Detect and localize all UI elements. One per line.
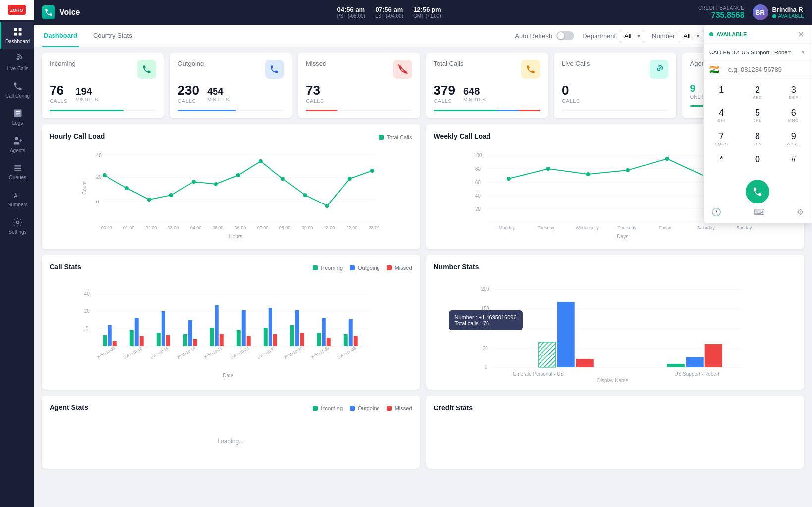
- weekly-point-2: [586, 172, 590, 176]
- num-button-0[interactable]: 0: [740, 151, 776, 174]
- num-button-2[interactable]: 2 ABC: [740, 81, 776, 104]
- dialer-history-button[interactable]: 🕐: [711, 207, 721, 217]
- bar-group9-out: [349, 319, 353, 346]
- outgoing-icon: [265, 60, 284, 79]
- svg-text:Hours: Hours: [229, 234, 242, 239]
- sidebar-item-queues[interactable]: Queues: [0, 158, 34, 185]
- outgoing-numbers: 230 CALLS 454 MINUTES: [178, 83, 284, 104]
- weekly-point-1: [546, 167, 550, 171]
- svg-text:2021-10-21: 2021-10-21: [203, 346, 223, 360]
- call-button[interactable]: [746, 180, 769, 203]
- outgoing-minutes-label: MINUTES: [207, 97, 229, 102]
- credit-value: 735.8568: [711, 11, 745, 20]
- bar-group2-out: [162, 311, 165, 346]
- live-title: Live Calls: [562, 60, 590, 67]
- num-button-8[interactable]: 8 TUV: [740, 127, 776, 151]
- incoming-minutes-value: 194: [75, 86, 98, 97]
- num-button-7[interactable]: 7 PQRS: [704, 127, 740, 151]
- stat-card-incoming: Incoming 76 CALLS 194 MINUTES: [42, 53, 164, 118]
- tab-dashboard[interactable]: Dashboard: [42, 25, 79, 47]
- stat-card-missed-header: Missed: [306, 60, 412, 79]
- bar-group3-out: [188, 320, 192, 346]
- sidebar-item-agents[interactable]: Agents: [0, 131, 34, 158]
- top-header: Voice 04:56 am PST (-08:00) 07:56 am EST…: [34, 0, 812, 25]
- agents-icon: [13, 136, 23, 146]
- call-stats-incoming-label: Incoming: [321, 265, 343, 271]
- department-label: Department: [582, 32, 616, 40]
- bar-group5-out: [242, 310, 246, 346]
- department-select[interactable]: All: [620, 30, 644, 42]
- svg-text:2021-11-05: 2021-11-05: [310, 346, 330, 360]
- sidebar-item-call-config[interactable]: Call Config: [0, 76, 34, 103]
- live-calls-label: CALLS: [562, 98, 580, 104]
- caller-id-row: CALLER ID: US Support - Robert ▼: [704, 44, 812, 61]
- num-button-6[interactable]: 6 MNO: [775, 104, 812, 127]
- svg-text:0: 0: [96, 199, 99, 204]
- number-select[interactable]: All: [679, 30, 703, 42]
- total-icon: [521, 60, 540, 79]
- tooltip-number-value: +1 4695016096: [479, 314, 517, 320]
- live-bar: [562, 110, 668, 111]
- num-button-4[interactable]: 4 GHI: [704, 104, 740, 127]
- phone-input[interactable]: [728, 66, 812, 73]
- weekly-chart-title: Weekly Call Load: [434, 132, 491, 140]
- dialer-settings-button[interactable]: ⚙: [797, 207, 804, 217]
- sidebar-item-logs[interactable]: Logs: [0, 103, 34, 131]
- credit-stats-title: Credit Stats: [434, 404, 473, 412]
- svg-text:50: 50: [482, 346, 488, 351]
- num-button-9[interactable]: 9 WXYZ: [775, 127, 812, 151]
- sidebar-navigation: Dashboard Live Calls Call Config Logs: [0, 22, 34, 240]
- bar-group3-miss: [193, 339, 197, 346]
- caller-id-chevron: ▼: [801, 50, 806, 55]
- num-button-hash[interactable]: #: [775, 151, 812, 174]
- bar-group8-out: [322, 318, 326, 346]
- bar-emerald-missed: [576, 359, 593, 367]
- time-est-value: 07:56 am: [376, 6, 403, 13]
- call-config-icon: [13, 81, 23, 91]
- sidebar-item-settings[interactable]: Settings: [0, 212, 34, 240]
- number-select-wrapper: All ▼: [679, 30, 703, 42]
- hourly-point-8: [281, 177, 285, 181]
- sidebar-item-dashboard[interactable]: Dashboard: [0, 22, 34, 49]
- svg-text:02:00: 02:00: [146, 225, 157, 230]
- num-button-5[interactable]: 5 JKL: [740, 104, 776, 127]
- hourly-legend-label: Total Calls: [387, 134, 412, 140]
- num-2-sub: ABC: [753, 95, 762, 100]
- total-minutes: 648 MINUTES: [463, 86, 486, 102]
- time-gmt-value: 12:56 pm: [413, 6, 441, 13]
- num-6-sub: MNO: [788, 118, 799, 123]
- call-stats-missed-dot: [387, 265, 392, 270]
- svg-rect-5: [18, 33, 21, 36]
- tab-country-stats[interactable]: Country Stats: [91, 25, 134, 47]
- num-button-star[interactable]: *: [704, 151, 740, 174]
- credit-balance: CREDIT BALANCE 735.8568: [698, 5, 745, 20]
- weekly-point-0: [506, 177, 510, 181]
- call-stats-incoming-dot: [313, 265, 318, 270]
- user-info[interactable]: BR Brindha R AVAILABLE: [753, 4, 804, 20]
- status-dot: [772, 14, 776, 18]
- outgoing-minutes: 454 MINUTES: [207, 86, 229, 102]
- svg-text:Date: Date: [223, 373, 234, 378]
- tooltip-total-value: 76: [483, 320, 489, 326]
- bar-group0-out: [108, 325, 112, 346]
- num-4-main: 4: [719, 108, 724, 118]
- sidebar-agents-label: Agents: [10, 148, 25, 153]
- outgoing-calls-value: 230: [178, 83, 199, 98]
- number-filter: Number All ▼: [652, 30, 703, 42]
- auto-refresh-toggle[interactable]: [556, 31, 574, 40]
- total-bar: [434, 110, 541, 111]
- dialer-close-button[interactable]: ✕: [796, 29, 806, 39]
- sidebar-item-live-calls[interactable]: Live Calls: [0, 49, 34, 76]
- num-button-3[interactable]: 3 DEF: [775, 81, 812, 104]
- svg-text:06:00: 06:00: [235, 225, 246, 230]
- bar-group6-miss: [273, 334, 277, 346]
- num-button-1[interactable]: 1: [704, 81, 740, 104]
- zoho-logo-icon: ZOHO: [8, 5, 26, 15]
- sidebar-item-numbers[interactable]: # Numbers: [0, 185, 34, 212]
- svg-text:Monday: Monday: [498, 225, 515, 230]
- svg-text:05:00: 05:00: [213, 225, 224, 230]
- user-status: AVAILABLE: [772, 13, 804, 19]
- call-stats-outgoing-label: Outgoing: [358, 265, 380, 271]
- dialer-keypad-button[interactable]: ⌨: [754, 207, 765, 217]
- phone-input-row: 🇮🇳 ·: [704, 61, 812, 79]
